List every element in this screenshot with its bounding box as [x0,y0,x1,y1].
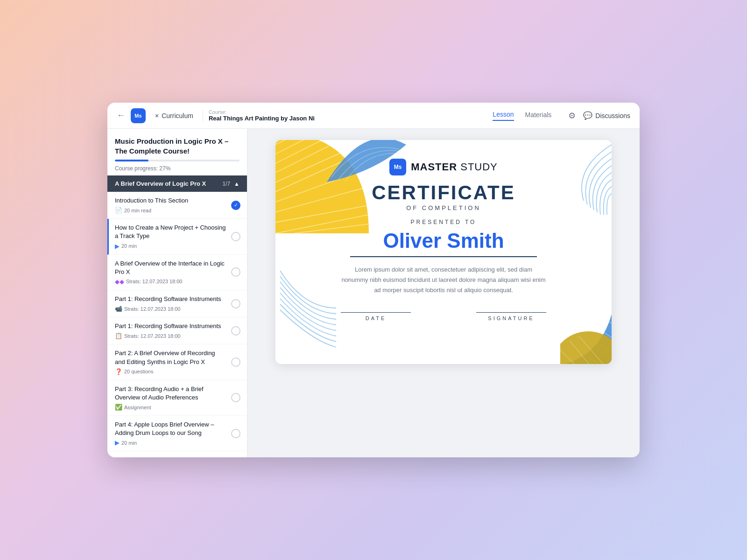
lesson-meta: ▶ 20 min [115,243,240,250]
lesson-meta: 📄 20 min read [115,207,240,214]
lesson-item[interactable]: Part 1: Recording Software Instruments 📋… [107,317,247,344]
lesson-item[interactable]: Part 1: Recording Software Instruments 📹… [107,290,247,317]
lesson-item[interactable]: How to Create a New Project + Choosing a… [107,219,247,254]
lesson-meta-icon: ▶ [115,243,120,250]
svg-line-23 [570,341,593,364]
back-button[interactable]: ← [117,111,125,120]
course-name: Real Things Art Painting by Jason Ni [209,115,315,122]
lesson-meta-icon: 📄 [115,207,122,214]
lesson-meta: 📋 Strats: 12.07.2023 18:00 [115,332,240,339]
section-count: 1/7 [222,181,230,187]
lesson-check [231,267,240,277]
lesson-item[interactable]: A Brief Overview of the Interface in Log… [107,255,247,290]
cert-signature-section: SIGNATURE [476,312,546,321]
lesson-title: Part 3: Recording Audio + a Brief Overvi… [115,385,240,402]
progress-bar-background [115,160,240,161]
cert-brand-bold: MASTER [411,161,457,173]
main-content: Ms MASTER STUDY CERTIFICATE OF COMPLETIO… [247,129,640,457]
svg-line-20 [532,359,570,364]
lesson-check [231,393,240,402]
certificate-presented: PRESENTED TO [411,219,477,225]
cert-signature-label: SIGNATURE [488,315,534,321]
lesson-title: Part 1: Recording Software Instruments [115,322,240,330]
lesson-meta-text: Assignment [124,405,151,410]
course-info: Course: Real Things Art Painting by Jaso… [209,109,315,122]
progress-label: Course progress: 27% [107,163,247,175]
svg-point-21 [560,331,612,364]
section-chevron: ▲ [234,181,240,187]
cert-date-label: DATE [366,315,387,321]
svg-line-19 [532,341,588,364]
lesson-meta: 📹 Strats: 12.07.2023 18:00 [115,305,240,312]
svg-line-12 [598,275,612,285]
lesson-meta-icon: ▶ [115,439,120,446]
discussions-label: Discussions [595,112,630,119]
lesson-meta-text: Strats: 12.07.2023 18:00 [124,306,180,312]
lesson-item[interactable]: Part 4: Apple Loops Brief Overview – Add… [107,416,247,451]
cert-logo-badge: Ms [389,159,406,175]
body: Music Production in Logic Pro X – The Co… [107,129,640,457]
lesson-item[interactable]: Part 2: A Brief Overview of Recording an… [107,344,247,380]
lesson-check: ✓ [231,201,240,210]
lesson-meta-icon: ❓ [115,368,122,375]
settings-icon[interactable]: ⚙ [568,111,576,121]
lesson-meta: ◆◆ Strats: 12.07.2023 18:00 [115,278,240,285]
lesson-title: Part 2: A Brief Overview of Recording an… [115,349,240,366]
lesson-meta-icon: ◆◆ [115,278,124,285]
lesson-meta-text: 20 questions [124,369,153,374]
certificate-footer: DATE SIGNATURE [341,312,546,321]
certificate-subtitle: OF COMPLETION [406,204,481,211]
lesson-title: Introduction to This Section [115,196,240,205]
svg-line-18 [532,322,607,364]
lesson-meta-icon: 📋 [115,332,122,339]
svg-line-24 [579,336,607,364]
certificate-body: Ms MASTER STUDY CERTIFICATE OF COMPLETIO… [303,159,584,321]
lesson-item[interactable]: Part 3: Recording Audio + a Brief Overvi… [107,380,247,416]
header: ← Ms × Curriculum Course: Real Things Ar… [107,103,640,129]
svg-line-13 [579,275,612,299]
certificate-recipient-name: Oliver Smith [350,229,537,257]
lesson-title: How to Create a New Project + Choosing a… [115,224,240,240]
curriculum-label: Curriculum [162,112,193,119]
cert-logo-row: Ms MASTER STUDY [389,159,498,175]
cert-brand-normal: STUDY [460,161,498,173]
tab-lesson[interactable]: Lesson [493,111,514,121]
cert-date-section: DATE [341,312,411,321]
lesson-meta: ▶ 20 min [115,439,240,446]
lesson-meta-icon: 📹 [115,305,122,312]
lesson-check [231,232,240,241]
lesson-meta-text: Strats: 12.07.2023 18:00 [124,333,180,339]
lesson-check [231,326,240,336]
lesson-meta-icon: ✅ [115,404,122,411]
lesson-meta-text: 20 min read [124,208,151,213]
progress-bar-wrap [107,160,247,163]
header-actions: ⚙ 💬 Discussions [568,111,630,121]
lesson-title: A Brief Overview of the Interface in Log… [115,259,240,276]
logo-badge: Ms [131,108,146,123]
lesson-meta-text: 20 min [121,243,137,249]
svg-line-2 [275,140,322,159]
certificate-title: CERTIFICATE [372,183,515,203]
lesson-item[interactable]: Introduction to This Section 📄 20 min re… [107,192,247,219]
lesson-title: Part 4: Apple Loops Brief Overview – Add… [115,420,240,437]
header-divider [203,110,203,121]
cert-date-line [341,312,411,313]
header-tabs: Lesson Materials [493,111,551,121]
sidebar-course-title: Music Production in Logic Pro X – The Co… [107,129,247,160]
course-prefix: Course: [209,109,315,115]
curriculum-button[interactable]: × Curriculum [151,110,197,121]
lesson-check [231,357,240,367]
app-window: ← Ms × Curriculum Course: Real Things Ar… [107,103,640,457]
lesson-meta: ✅ Assignment [115,404,240,411]
discussions-icon: 💬 [583,111,592,120]
lesson-check [231,429,240,438]
svg-line-22 [560,350,579,364]
discussions-button[interactable]: 💬 Discussions [583,111,630,120]
close-icon: × [155,112,159,119]
tab-materials[interactable]: Materials [525,111,552,120]
section-title: A Brief Overview of Logic Pro X [115,180,206,187]
cert-brand: MASTER STUDY [411,161,498,173]
lesson-meta: ❓ 20 questions [115,368,240,375]
section-header[interactable]: A Brief Overview of Logic Pro X 1/7 ▲ [107,175,247,192]
lesson-meta-text: 20 min [121,440,137,446]
